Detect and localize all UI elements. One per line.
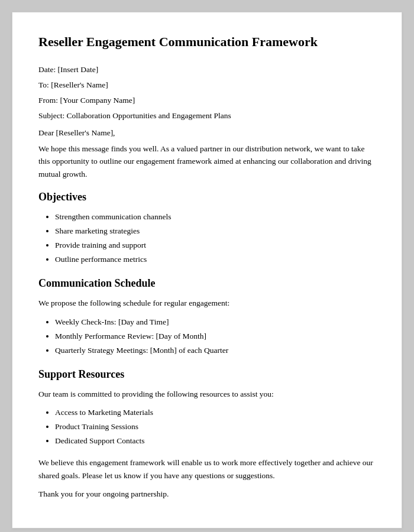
closing-text: We believe this engagement framework wil… bbox=[38, 456, 376, 482]
list-item: Monthly Performance Review: [Day of Mont… bbox=[55, 330, 376, 343]
schedule-list: Weekly Check-Ins: [Day and Time] Monthly… bbox=[38, 316, 376, 358]
section-heading-objectives: Objectives bbox=[38, 191, 376, 203]
document-title: Reseller Engagement Communication Framew… bbox=[38, 34, 376, 51]
document-page: Reseller Engagement Communication Framew… bbox=[12, 12, 402, 528]
support-list: Access to Marketing Materials Product Tr… bbox=[38, 406, 376, 448]
list-item: Share marketing strategies bbox=[55, 225, 376, 238]
list-item: Outline performance metrics bbox=[55, 253, 376, 267]
section-heading-communication-schedule: Communication Schedule bbox=[38, 277, 376, 290]
list-item: Product Training Sessions bbox=[55, 420, 376, 434]
meta-date: Date: [Insert Date] bbox=[38, 64, 376, 76]
list-item: Access to Marketing Materials bbox=[55, 406, 376, 420]
thank-you-text: Thank you for your ongoing partnership. bbox=[38, 488, 376, 501]
list-item: Strengthen communication channels bbox=[55, 210, 376, 224]
intro-text: We hope this message finds you well. As … bbox=[38, 142, 376, 181]
schedule-intro: We propose the following schedule for re… bbox=[38, 297, 376, 310]
meta-to: To: [Reseller's Name] bbox=[38, 79, 376, 91]
list-item: Provide training and support bbox=[55, 239, 376, 252]
support-intro: Our team is committed to providing the f… bbox=[38, 388, 376, 401]
list-item: Dedicated Support Contacts bbox=[55, 434, 376, 448]
list-item: Quarterly Strategy Meetings: [Month] of … bbox=[55, 344, 376, 358]
section-heading-support-resources: Support Resources bbox=[38, 368, 376, 381]
meta-subject: Subject: Collaboration Opportunities and… bbox=[38, 110, 376, 122]
list-item: Weekly Check-Ins: [Day and Time] bbox=[55, 316, 376, 329]
greeting: Dear [Reseller's Name], bbox=[38, 128, 376, 138]
objectives-list: Strengthen communication channels Share … bbox=[38, 210, 376, 267]
meta-from: From: [Your Company Name] bbox=[38, 95, 376, 106]
